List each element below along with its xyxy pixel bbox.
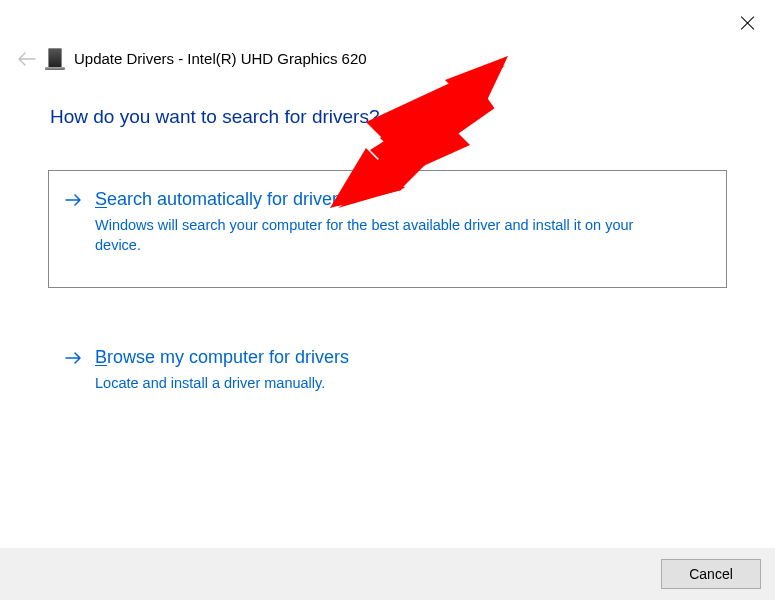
arrow-right-icon — [65, 193, 83, 207]
close-button[interactable] — [739, 14, 757, 32]
svg-rect-6 — [376, 79, 495, 177]
option-desc: Locate and install a driver manually. — [95, 374, 655, 394]
option-desc: Windows will search your computer for th… — [95, 216, 655, 255]
back-arrow-icon[interactable] — [18, 50, 36, 68]
wizard-footer: Cancel — [0, 548, 775, 600]
wizard-header: Update Drivers - Intel(R) UHD Graphics 6… — [0, 0, 775, 68]
options-list: Search automatically for drivers Windows… — [48, 170, 727, 419]
device-icon — [48, 48, 62, 68]
option-title: Search automatically for drivers — [95, 189, 347, 210]
arrow-right-icon — [65, 351, 83, 365]
page-heading: How do you want to search for drivers? — [50, 106, 775, 128]
option-browse-computer[interactable]: Browse my computer for drivers Locate an… — [48, 328, 727, 419]
window-title: Update Drivers - Intel(R) UHD Graphics 6… — [74, 50, 367, 67]
cancel-button[interactable]: Cancel — [661, 559, 761, 589]
option-search-automatically[interactable]: Search automatically for drivers Windows… — [48, 170, 727, 288]
option-title: Browse my computer for drivers — [95, 347, 349, 368]
